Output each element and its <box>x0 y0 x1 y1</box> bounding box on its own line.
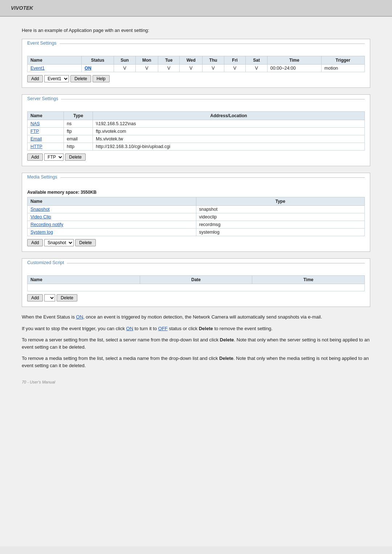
event-settings-table: Name Status Sun Mon Tue Wed Thu Fri Sat … <box>27 56 365 72</box>
col-status: Status <box>81 56 114 65</box>
event-sun: V <box>114 65 136 72</box>
col-fri: Fri <box>224 56 246 65</box>
server-type: email <box>64 135 93 143</box>
script-delete-button[interactable]: Delete <box>57 294 77 301</box>
server-settings-title: Server Settings <box>27 96 61 101</box>
event-status[interactable]: ON <box>81 65 114 72</box>
customized-script-box: Customized Script Name Date Time Add Del <box>22 258 370 307</box>
col-trigger: Trigger <box>321 56 364 65</box>
customized-script-table: Name Date Time <box>27 275 365 291</box>
media-col-type: Type <box>196 197 365 206</box>
event-help-button[interactable]: Help <box>93 75 110 82</box>
event-delete-button[interactable]: Delete <box>70 75 91 82</box>
server-table-row: FTP ftp ftp.vivotek.com <box>28 128 365 135</box>
col-time: Time <box>267 56 321 65</box>
event-mon: V <box>135 65 158 72</box>
paragraph-1: When the Event Status is ON, once an eve… <box>22 313 370 321</box>
server-name[interactable]: Email <box>28 135 64 143</box>
server-address: \\192.168.5.122\nas <box>93 120 365 128</box>
media-delete-button[interactable]: Delete <box>75 239 96 246</box>
event-tue: V <box>158 65 180 72</box>
media-settings-title: Media Settings <box>27 175 60 180</box>
col-thu: Thu <box>203 56 224 65</box>
col-tue: Tue <box>158 56 180 65</box>
off-link[interactable]: OFF <box>158 326 168 331</box>
media-name[interactable]: Recording notify <box>28 221 196 229</box>
server-address: http://192.168.3.10/cgi-bin/upload.cgi <box>93 143 365 151</box>
media-table-row: Video Clip videoclip <box>28 213 365 221</box>
server-type: ftp <box>64 128 93 135</box>
col-sat: Sat <box>246 56 268 65</box>
server-table-row: HTTP http http://192.168.3.10/cgi-bin/up… <box>28 143 365 151</box>
server-settings-box: Server Settings Name Type Address/Locati… <box>22 94 370 166</box>
page-content: Here is an example of Application page w… <box>0 17 392 546</box>
script-col-name: Name <box>28 276 140 284</box>
event-settings-title: Event Settings <box>27 41 60 46</box>
event-fri: V <box>224 65 246 72</box>
server-address: Ms.vivotek.tw <box>93 135 365 143</box>
server-controls: Add FTP Delete <box>27 153 365 161</box>
media-select[interactable]: Snapshot <box>44 239 74 246</box>
media-type: videoclip <box>196 213 365 221</box>
event-thu: V <box>203 65 224 72</box>
script-col-time: Time <box>252 276 365 284</box>
event-wed: V <box>180 65 203 72</box>
media-settings-table: Name Type Snapshot snapshot Video Clip v… <box>27 197 365 236</box>
media-name[interactable]: Video Clip <box>28 213 196 221</box>
customized-script-title: Customized Script <box>27 260 67 265</box>
col-mon: Mon <box>135 56 158 65</box>
event-settings-box: Event Settings Name Status Sun Mon Tue W… <box>22 39 370 88</box>
media-type: snapshot <box>196 206 365 213</box>
event-name[interactable]: Event1 <box>28 65 82 72</box>
event-controls: Add Event1 Delete Help <box>27 75 365 82</box>
on-link[interactable]: ON <box>126 326 134 331</box>
event-select[interactable]: Event1 <box>44 75 69 82</box>
col-sun: Sun <box>114 56 136 65</box>
script-controls: Add Delete <box>27 294 365 301</box>
server-type: ns <box>64 120 93 128</box>
server-address: ftp.vivotek.com <box>93 128 365 135</box>
server-add-button[interactable]: Add <box>27 153 43 161</box>
server-select[interactable]: FTP <box>44 153 64 161</box>
event-sat: V <box>246 65 268 72</box>
server-col-name: Name <box>28 112 64 120</box>
media-controls: Add Snapshot Delete <box>27 239 365 246</box>
paragraph-2: If you want to stop the event trigger, y… <box>22 325 370 332</box>
media-memory-label: Available memory space: 3550KB <box>27 190 365 195</box>
status-on-link[interactable]: ON <box>76 314 83 320</box>
media-name[interactable]: System log <box>28 229 196 236</box>
media-type: systemlog <box>196 229 365 236</box>
event-add-button[interactable]: Add <box>27 75 43 82</box>
server-type: http <box>64 143 93 151</box>
media-settings-box: Media Settings Available memory space: 3… <box>22 173 370 252</box>
server-settings-table: Name Type Address/Location NAS ns \\192.… <box>27 111 365 151</box>
brand-logo: VIVOTEK <box>11 5 33 11</box>
media-table-row: Recording notify recordmsg <box>28 221 365 229</box>
paragraphs-container: When the Event Status is ON, once an eve… <box>22 313 370 369</box>
server-name[interactable]: NAS <box>28 120 64 128</box>
script-add-button[interactable]: Add <box>27 294 43 301</box>
media-add-button[interactable]: Add <box>27 239 43 246</box>
server-col-address: Address/Location <box>93 112 365 120</box>
media-type: recordmsg <box>196 221 365 229</box>
media-table-row: Snapshot snapshot <box>28 206 365 213</box>
media-col-name: Name <box>28 197 196 206</box>
media-table-row: System log systemlog <box>28 229 365 236</box>
server-table-row: Email email Ms.vivotek.tw <box>28 135 365 143</box>
script-col-date: Date <box>140 276 252 284</box>
media-name[interactable]: Snapshot <box>28 206 196 213</box>
server-table-row: NAS ns \\192.168.5.122\nas <box>28 120 365 128</box>
server-name[interactable]: HTTP <box>28 143 64 151</box>
paragraph-4: To remove a media setting from the list,… <box>22 355 370 369</box>
paragraph-3: To remove a server setting from the list… <box>22 336 370 350</box>
server-delete-button[interactable]: Delete <box>65 153 86 161</box>
server-col-type: Type <box>64 112 93 120</box>
event-trigger: motion <box>321 65 364 72</box>
col-wed: Wed <box>180 56 203 65</box>
script-empty-row <box>28 284 365 291</box>
event-table-row: Event1 ON V V V V V V V 00:00~24:00 moti… <box>28 65 365 72</box>
server-name[interactable]: FTP <box>28 128 64 135</box>
script-select[interactable] <box>44 294 55 301</box>
page-header: VIVOTEK <box>0 0 392 17</box>
event-time: 00:00~24:00 <box>267 65 321 72</box>
